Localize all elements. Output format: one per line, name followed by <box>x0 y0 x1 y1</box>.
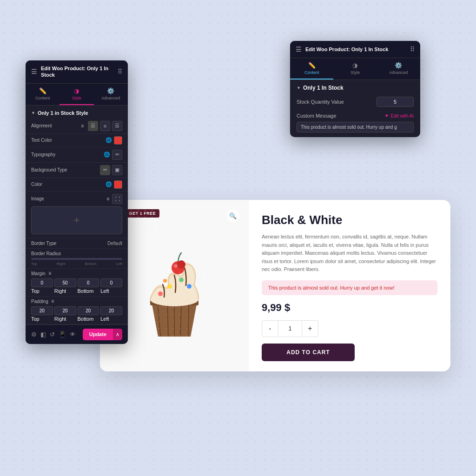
bg-gradient-btn[interactable]: ▣ <box>112 165 122 175</box>
padding-right-input[interactable]: 20 <box>54 306 76 315</box>
quantity-decrease-btn[interactable]: - <box>262 320 278 337</box>
color-swatch[interactable] <box>114 180 122 189</box>
right-hamburger-icon[interactable]: ☰ <box>296 46 302 53</box>
section-title-style: ▼ Only 1 in Stock Style <box>26 106 128 119</box>
edit-typography-btn[interactable]: ✏ <box>112 150 122 160</box>
right-pencil-icon: ✏️ <box>308 62 316 69</box>
zoom-button[interactable]: 🔍 <box>226 209 239 222</box>
custom-message-row: Custom Message ✦ Edit with AI <box>297 112 414 119</box>
monitor-icon-img: 🖥 <box>106 197 110 201</box>
pencil-icon: ✏️ <box>39 87 46 94</box>
padding-sub-labels: Top Right Bottom Left <box>31 316 122 322</box>
typography-row: Typography 🌐 ✏ <box>26 147 128 163</box>
add-image-icon: + <box>74 214 80 226</box>
cupcake-illustration <box>123 225 225 346</box>
quantity-row: - + <box>262 320 437 337</box>
layers-icon[interactable]: ◧ <box>40 331 46 338</box>
image-preview[interactable]: + <box>31 206 122 234</box>
eye-icon[interactable]: 👁 <box>70 331 76 338</box>
color-controls: 🌐 <box>106 180 122 189</box>
typography-controls: 🌐 ✏ <box>104 150 122 160</box>
svg-point-7 <box>158 291 163 296</box>
gear-icon: ⚙️ <box>107 87 114 94</box>
padding-left-input[interactable]: 20 <box>100 306 122 315</box>
hamburger-icon[interactable]: ☰ <box>31 68 37 75</box>
product-price: 9,99 $ <box>262 302 437 314</box>
margin-inputs: 0 50 0 0 <box>31 278 122 287</box>
tab-content-right[interactable]: ✏️ Content <box>290 58 333 79</box>
image-label: Image <box>31 196 44 201</box>
bg-type-row: Background Type ✏ ▣ <box>26 163 128 178</box>
align-center-btn[interactable]: ≡ <box>100 121 110 131</box>
product-description: Aenean lectus elit, fermentum non, conva… <box>262 233 437 274</box>
content-section: ▼ Only 1 In Stock Stock Quantity Value C… <box>290 80 420 137</box>
toolbar-icons: ⚙ ◧ ↺ 📱 👁 <box>31 331 76 338</box>
padding-top-input[interactable]: 20 <box>31 306 53 315</box>
align-right-btn[interactable]: ☰ <box>112 121 122 131</box>
tab-style-left[interactable]: ◑ Style <box>60 84 93 105</box>
add-to-cart-button[interactable]: ADD TO CART <box>262 344 355 361</box>
responsive-icon[interactable]: 📱 <box>59 331 66 338</box>
ai-edit-link[interactable]: ✦ Edit with AI <box>384 112 414 119</box>
align-left-btn[interactable]: ☰ <box>88 121 98 131</box>
left-style-panel: ☰ Edit Woo Product: Only 1 In Stock ⠿ ✏️… <box>26 60 128 344</box>
stock-quantity-input[interactable] <box>377 97 414 107</box>
border-radius-label: Border Radius <box>31 251 122 256</box>
left-panel-tabs: ✏️ Content ◑ Style ⚙️ Advanced <box>26 84 128 106</box>
custom-message-input[interactable] <box>297 122 414 132</box>
globe-icon-text[interactable]: 🌐 <box>106 137 112 143</box>
halfcircle-icon: ◑ <box>74 87 79 94</box>
monitor-icon: 🖥 <box>80 124 85 128</box>
monitor-icon-margin: 🖥 <box>48 271 52 276</box>
quantity-input[interactable] <box>278 320 302 337</box>
svg-point-8 <box>167 284 172 289</box>
svg-point-11 <box>163 279 167 283</box>
right-content-panel: ☰ Edit Woo Product: Only 1 In Stock ⠿ ✏️… <box>290 41 420 137</box>
update-chevron-btn[interactable]: ∧ <box>113 329 122 340</box>
text-color-row: Text Color 🌐 <box>26 134 128 147</box>
quantity-increase-btn[interactable]: + <box>302 320 318 337</box>
padding-bottom-input[interactable]: 20 <box>78 306 99 315</box>
svg-line-4 <box>188 304 189 337</box>
typography-label: Typography <box>31 152 55 157</box>
text-color-swatch[interactable] <box>114 136 122 145</box>
tab-advanced-right[interactable]: ⚙️ Advanced <box>377 58 420 79</box>
bg-color-btn[interactable]: ✏ <box>100 165 110 175</box>
color-label: Color <box>31 182 42 187</box>
stock-quantity-row: Stock Quantity Value <box>297 97 414 107</box>
grid-icon[interactable]: ⠿ <box>118 68 122 75</box>
margin-bottom-input[interactable]: 0 <box>78 278 99 287</box>
bg-type-label: Background Type <box>31 167 67 172</box>
globe-icon-typo[interactable]: 🌐 <box>104 152 110 158</box>
image-controls: 🖥 ⛶ <box>106 194 122 204</box>
globe-icon-color[interactable]: 🌐 <box>106 181 112 187</box>
product-title: Black & White <box>262 213 437 227</box>
padding-inputs: 20 20 20 20 <box>31 306 122 315</box>
margin-right-input[interactable]: 50 <box>54 278 76 287</box>
margin-sub-labels: Top Right Bottom Left <box>31 288 122 294</box>
stock-alert: This product is almost sold out. Hurry u… <box>262 280 437 295</box>
custom-message-label: Custom Message <box>297 113 337 119</box>
border-type-label: Border Type <box>31 241 56 246</box>
border-radius-section: Border Radius Top Right Bottom Left <box>26 249 128 269</box>
svg-point-10 <box>187 284 192 289</box>
right-halfcircle-icon: ◑ <box>352 62 357 69</box>
alignment-controls: 🖥 ☰ ≡ ☰ <box>80 121 122 131</box>
margin-top-input[interactable]: 0 <box>31 278 53 287</box>
history-icon[interactable]: ↺ <box>50 331 55 338</box>
right-grid-icon[interactable]: ⠿ <box>410 46 415 53</box>
header-left: ☰ Edit Woo Product: Only 1 In Stock <box>31 65 118 79</box>
expand-icon[interactable]: ⛶ <box>112 194 122 204</box>
image-section: Image 🖥 ⛶ + <box>26 192 128 238</box>
border-radius-slider[interactable] <box>31 258 122 260</box>
tab-advanced-left[interactable]: ⚙️ Advanced <box>94 84 128 105</box>
margin-left-input[interactable]: 0 <box>100 278 122 287</box>
product-info-side: Black & White Aenean lectus elit, fermen… <box>249 200 450 371</box>
border-type-value: Default <box>107 241 122 246</box>
bg-type-controls: ✏ ▣ <box>100 165 122 175</box>
update-button[interactable]: Update <box>83 329 113 340</box>
settings-icon[interactable]: ⚙ <box>31 331 37 338</box>
tab-style-right[interactable]: ◑ Style <box>333 58 377 79</box>
tab-content-left[interactable]: ✏️ Content <box>26 84 60 105</box>
padding-section: Padding 🖥 20 20 20 20 Top Right Bottom L… <box>26 297 128 324</box>
